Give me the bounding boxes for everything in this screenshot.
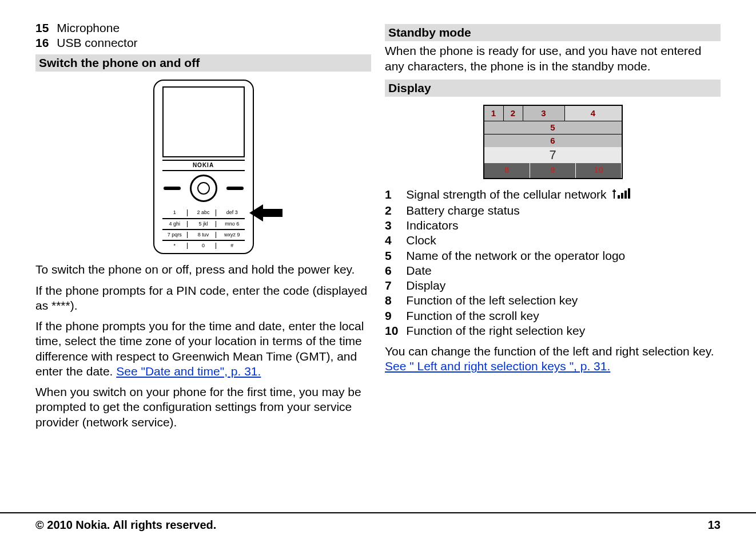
paragraph-first-time: When you switch on your phone for the fi… [35,385,371,430]
link-selection-keys[interactable]: See " Left and right selection keys ", p… [385,359,610,373]
phone-brand-label: NOKIA [162,160,245,172]
parts-list-continued: 15 Microphone 16 USB connector [35,21,138,51]
part-label: Microphone [57,21,137,35]
legend-text: Signal strength of the cellular network [406,187,631,203]
heading-display: Display [385,80,721,97]
svg-marker-0 [249,204,282,221]
paragraph-date: If the phone prompts you for the time an… [35,319,371,379]
diag-region-1: 1 [484,106,504,121]
paragraph-change-keys-text: You can change the function of the left … [385,345,714,358]
legend-number: 5 [385,248,406,263]
legend-number: 10 [385,323,406,338]
right-column: Standby mode When the phone is ready for… [385,21,721,436]
legend-number: 4 [385,233,406,248]
part-number: 16 [35,35,57,50]
diag-region-6: 6 [484,134,622,147]
diag-region-10: 10 [576,163,621,178]
svg-rect-5 [624,191,627,199]
legend-number: 3 [385,218,406,233]
phone-screen-icon [162,86,245,157]
legend-text: Display [406,278,631,293]
heading-standby: Standby mode [385,24,721,41]
phone-keypad: 12 abcdef 3 4 ghi5 jklmno 6 7 pqrs8 tuvw… [162,208,245,251]
legend-number: 2 [385,203,406,218]
signal-strength-icon [612,188,631,203]
legend-text: Name of the network or the operator logo [406,248,631,263]
paragraph-pin: If the phone prompts for a PIN code, ent… [35,283,371,314]
diag-region-2: 2 [504,106,523,121]
legend-text: Indicators [406,218,631,233]
display-diagram-figure: 1 2 3 4 5 6 7 8 9 10 [385,105,721,179]
legend-number: 8 [385,293,406,308]
diag-region-5: 5 [484,121,622,134]
left-softkey-icon [164,187,181,190]
svg-rect-6 [628,188,630,199]
legend-text: Function of the left selection key [406,293,631,308]
legend-number: 6 [385,263,406,278]
legend-text: Function of the scroll key [406,308,631,323]
phone-nav-area [164,175,244,202]
svg-rect-4 [621,193,623,199]
phone-power-key-figure: NOKIA 12 abcdef 3 4 ghi5 jklmno 6 7 pqrs… [35,80,371,255]
legend-text: Clock [406,233,631,248]
diag-region-3: 3 [523,106,565,121]
nav-ring-icon [190,175,217,202]
diag-region-8: 8 [484,163,530,178]
phone-illustration: NOKIA 12 abcdef 3 4 ghi5 jklmno 6 7 pqrs… [153,80,254,255]
paragraph-change-keys: You can change the function of the left … [385,344,721,374]
legend-text: Battery charge status [406,203,631,218]
legend-text: Function of the right selection key [406,323,631,338]
display-diagram: 1 2 3 4 5 6 7 8 9 10 [483,105,623,179]
display-legend-list: 1 Signal strength of the cellular networ… [385,187,631,339]
legend-text: Date [406,263,631,278]
link-date-time[interactable]: See "Date and time", p. 31. [116,365,261,378]
page-footer: © 2010 Nokia. All rights reserved. 13 [0,512,756,532]
legend-number: 1 [385,187,406,203]
legend-number: 7 [385,278,406,293]
page-number: 13 [708,518,721,532]
diag-region-9: 9 [530,163,576,178]
part-label: USB connector [57,35,137,50]
power-key-arrow-icon [249,203,284,226]
paragraph-switch: To switch the phone on or off, press and… [35,262,371,277]
legend-number: 9 [385,308,406,323]
heading-switch-on-off: Switch the phone on and off [35,54,371,72]
left-column: 15 Microphone 16 USB connector Switch th… [35,21,371,436]
part-number: 15 [35,21,57,35]
paragraph-standby: When the phone is ready for use, and you… [385,43,721,74]
diag-region-4: 4 [565,106,622,121]
diag-region-7: 7 [484,147,622,163]
copyright-text: © 2010 Nokia. All rights reserved. [35,518,216,532]
right-softkey-icon [226,187,244,190]
svg-rect-3 [618,195,620,199]
